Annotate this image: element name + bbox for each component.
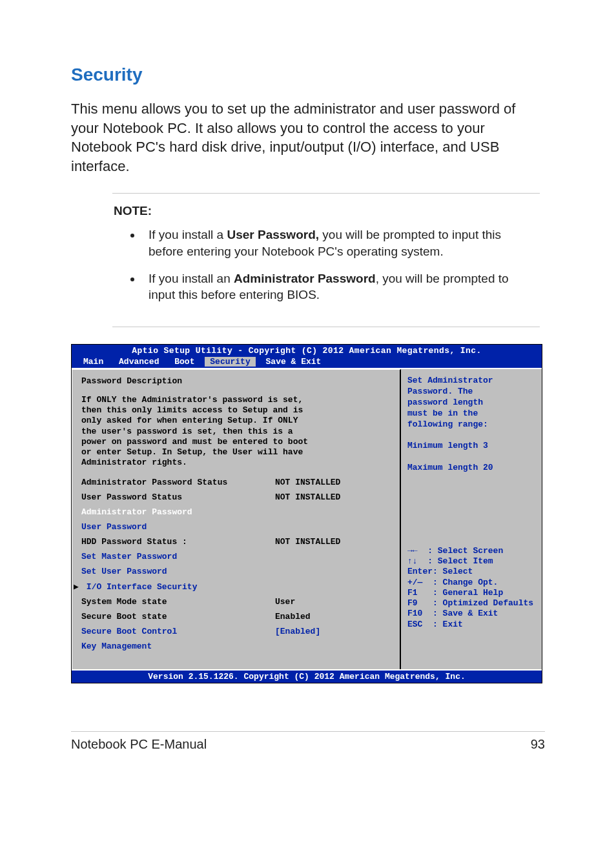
bios-row-key: Secure Boot state (81, 612, 275, 621)
bios-row-key: User Password Status (81, 492, 275, 502)
bios-row-value: User (275, 597, 295, 607)
footer-page-number: 93 (531, 737, 545, 752)
bios-row: Secure Boot stateEnabled (81, 612, 392, 621)
bios-help-line (407, 452, 538, 463)
bios-row-key: Set Master Password (81, 552, 275, 561)
note-strong: User Password, (227, 228, 319, 241)
note-label: NOTE: (114, 203, 539, 219)
bios-row: HDD Password Status :NOT INSTALLED (81, 537, 392, 547)
bios-help-line: following range: (407, 419, 538, 430)
bios-row-value: NOT INSTALLED (275, 478, 340, 487)
bios-row-key: Key Management (81, 641, 275, 651)
note-item: If you install a User Password, you will… (142, 227, 539, 259)
bios-row-key-text: Administrator Password (81, 507, 192, 517)
bios-row-key: Secure Boot Control (81, 627, 275, 636)
bios-item-help: Set AdministratorPassword. Thepassword l… (407, 376, 538, 474)
bios-row-key-text: User Password Status (81, 492, 182, 502)
bios-left-pane: Password Description If ONLY the Adminis… (72, 369, 401, 669)
bios-row-key: HDD Password Status : (81, 537, 275, 547)
bios-row-key-text: User Password (81, 522, 147, 532)
bios-row[interactable]: Set Master Password (81, 552, 392, 561)
bios-help-line: password length (407, 398, 538, 409)
bios-row-value: [Enabled] (275, 627, 320, 636)
bios-row-key-text: Administrator Password Status (81, 478, 227, 487)
bios-tab-boot[interactable]: Boot (169, 357, 200, 367)
bios-row-value: Enabled (275, 612, 311, 621)
bios-row-key-text: I/O Interface Security (87, 582, 198, 592)
bios-row-key-text: Set Master Password (81, 552, 177, 561)
bios-row[interactable]: Administrator Password (81, 507, 392, 517)
note-list: If you install a User Password, you will… (114, 227, 539, 303)
bios-row-key-text: Key Management (81, 641, 152, 651)
bios-right-pane: Set AdministratorPassword. Thepassword l… (401, 369, 542, 669)
bios-nav-help: →← : Select Screen ↑↓ : Select Item Ente… (407, 546, 538, 630)
bios-row[interactable]: Set User Password (81, 567, 392, 576)
bios-tab-security[interactable]: Security (205, 357, 255, 367)
bios-row[interactable]: User Password (81, 522, 392, 532)
bios-row-key: Set User Password (81, 567, 275, 576)
bios-row-key-text: System Mode state (81, 597, 167, 607)
bios-help-line: Maximum length 20 (407, 463, 538, 474)
note-text-pre: If you install an (149, 272, 234, 285)
bios-tab-save-exit[interactable]: Save & Exit (261, 357, 327, 367)
bios-password-description-title: Password Description (81, 376, 392, 386)
note-strong: Administrator Password (234, 272, 376, 285)
bios-help-line: Password. The (407, 387, 538, 398)
bios-help-line: Minimum length 3 (407, 441, 538, 452)
intro-paragraph: This menu allows you to set up the admin… (71, 99, 545, 176)
bios-row-key: User Password (81, 522, 275, 532)
bios-row-key: Administrator Password Status (81, 478, 275, 487)
bios-password-description-body: If ONLY the Administrator's password is … (81, 395, 392, 469)
section-heading: Security (71, 65, 545, 85)
bios-row[interactable]: ▶I/O Interface Security (81, 581, 392, 592)
bios-tab-advanced[interactable]: Advanced (114, 357, 164, 367)
bios-screenshot: Aptio Setup Utility - Copyright (C) 2012… (71, 344, 542, 683)
bios-row[interactable]: Secure Boot Control[Enabled] (81, 627, 392, 636)
bios-row-key: System Mode state (81, 597, 275, 607)
bios-row: User Password StatusNOT INSTALLED (81, 492, 392, 502)
page-footer: Notebook PC E-Manual 93 (71, 731, 545, 752)
bios-row-value: NOT INSTALLED (275, 537, 340, 547)
bios-row-key-text: Secure Boot Control (81, 627, 177, 636)
bios-row-key-text: Set User Password (81, 567, 167, 576)
bios-row-key: Administrator Password (81, 507, 275, 517)
bios-row-key-text: HDD Password Status : (81, 537, 187, 547)
footer-left: Notebook PC E-Manual (71, 737, 207, 752)
bios-row-key: ▶I/O Interface Security (81, 581, 275, 592)
bios-row-value: NOT INSTALLED (275, 492, 340, 502)
bios-tabs: Main Advanced Boot Security Save & Exit (72, 357, 542, 368)
note-block: NOTE: If you install a User Password, yo… (112, 193, 540, 327)
bios-help-line (407, 430, 538, 441)
bios-help-line: must be in the (407, 409, 538, 419)
bios-help-line: Set Administrator (407, 376, 538, 387)
bios-row[interactable]: Key Management (81, 641, 392, 651)
bios-row-key-text: Secure Boot state (81, 612, 167, 621)
submenu-arrow-icon: ▶ (74, 582, 79, 592)
bios-footer: Version 2.15.1226. Copyright (C) 2012 Am… (72, 671, 542, 683)
bios-row: Administrator Password StatusNOT INSTALL… (81, 478, 392, 487)
note-item: If you install an Administrator Password… (142, 270, 539, 303)
bios-row: System Mode stateUser (81, 597, 392, 607)
bios-header: Aptio Setup Utility - Copyright (C) 2012… (72, 345, 542, 357)
note-text-pre: If you install a (149, 228, 227, 241)
bios-tab-main[interactable]: Main (78, 357, 108, 367)
